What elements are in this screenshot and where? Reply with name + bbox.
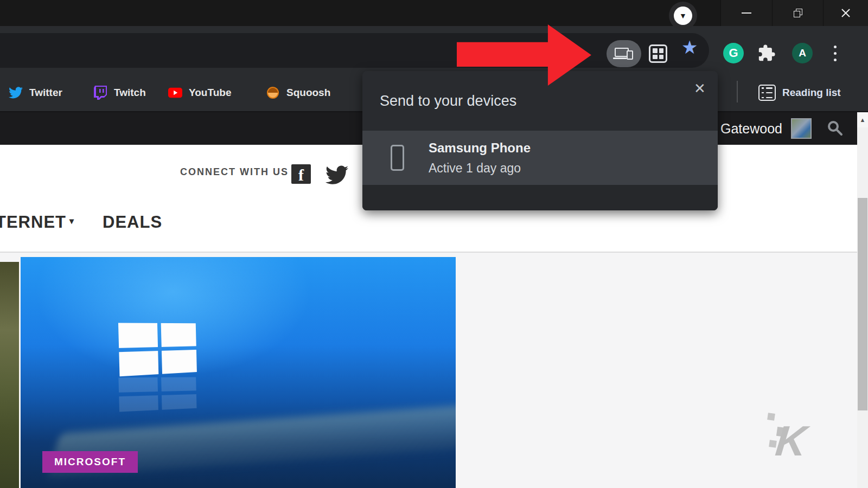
address-bar[interactable] [0,33,709,68]
laptop-phone-icon [615,47,633,60]
bookmark-label: Twitter [29,87,62,99]
article-hero-image[interactable]: MICROSOFT [21,257,456,488]
tab-search-button[interactable]: ▼ [669,2,697,30]
bookmark-label: Twitch [114,87,146,99]
close-icon [841,8,851,18]
bookmark-star-icon[interactable]: ★ [681,38,698,56]
category-badge[interactable]: MICROSOFT [42,451,138,473]
chevron-down-icon: ▾ [69,216,74,232]
qr-code-icon[interactable] [649,44,667,63]
close-window-button[interactable] [823,0,868,26]
left-article-thumbnail[interactable] [0,262,19,488]
bookmarks-divider [737,81,738,102]
bookmark-youtube[interactable]: YouTube [168,81,231,105]
bookmark-twitter[interactable]: Twitter [9,81,62,105]
site-search-icon[interactable] [826,119,844,137]
reading-list-label: Reading list [782,87,841,99]
site-nav: TERNET ▾ DEALS [0,213,162,232]
scrollbar-thumb[interactable] [858,198,867,410]
windows-logo-reflection [118,377,196,412]
reading-list-button[interactable]: Reading list [758,81,841,105]
extensions-puzzle-icon[interactable] [757,44,776,62]
windows-logo [118,323,197,377]
nav-item-internet[interactable]: TERNET [0,213,66,232]
restore-icon [794,9,802,17]
phone-icon [391,145,404,171]
section-divider [0,252,857,253]
facebook-icon[interactable]: f [291,164,311,184]
send-to-devices-button[interactable] [607,40,641,67]
site-user-avatar[interactable] [791,118,812,139]
bookmark-squoosh[interactable]: Squoosh [266,81,330,105]
device-name: Samsung Phone [429,140,531,156]
nav-item-deals[interactable]: DEALS [103,213,162,232]
twitter-icon[interactable] [326,165,348,185]
connect-with-us-label: CONNECT WITH US [180,166,289,178]
send-to-devices-popup: Send to your devices ✕ Samsung Phone Act… [362,71,718,210]
grammarly-extension-icon[interactable]: G [723,43,744,63]
squoosh-favicon [266,86,280,100]
chevron-down-icon: ▼ [674,7,692,25]
popup-close-button[interactable]: ✕ [691,80,709,97]
restore-button[interactable] [772,0,824,26]
knowtechie-watermark: K [749,401,825,466]
youtube-favicon [168,86,182,100]
device-row[interactable]: Samsung Phone Active 1 day ago [362,131,718,185]
bookmark-label: Squoosh [286,87,330,99]
twitch-favicon [93,86,107,100]
profile-avatar[interactable]: A [792,43,813,63]
popup-footer [362,185,718,210]
page-scrollbar[interactable]: ▲ [857,112,868,488]
scrollbar-up-arrow[interactable]: ▲ [857,112,868,127]
window-titlebar [0,0,868,26]
minimize-icon [742,12,751,14]
minimize-button[interactable] [720,0,772,26]
bookmark-twitch[interactable]: Twitch [93,81,146,105]
chrome-menu-button[interactable] [834,46,837,65]
site-user-name[interactable]: Gatewood [720,121,782,137]
bookmark-label: YouTube [189,87,231,99]
reading-list-icon [758,85,776,101]
twitter-favicon [9,86,23,100]
popup-title: Send to your devices [380,93,516,110]
popup-header: Send to your devices ✕ [362,71,718,131]
device-status: Active 1 day ago [429,161,521,176]
